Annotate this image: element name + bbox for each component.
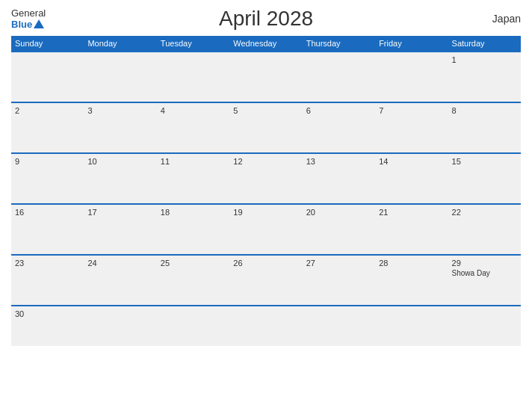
day-cell-17: 17: [84, 205, 156, 254]
day-cell-empty: [11, 52, 84, 102]
day-cell-6: 6: [303, 103, 375, 152]
logo-triangle-icon: [34, 19, 44, 28]
header-wednesday: Wednesday: [229, 36, 302, 51]
day-cell-28: 28: [375, 256, 448, 305]
day-cell-empty: [84, 306, 156, 346]
day-cell-20: 20: [303, 205, 375, 254]
day-cell-empty: [157, 306, 229, 346]
day-cell-12: 12: [229, 154, 302, 203]
weeks-container: 1 2 3 4 5 6 7 8: [11, 51, 521, 346]
week-row-4: 16 17 18 19 20 21 22: [11, 203, 521, 254]
day-cell-5: 5: [229, 103, 302, 152]
logo: General Blue: [11, 7, 46, 30]
day-cell-8: 8: [448, 103, 521, 152]
country-label: Japan: [492, 13, 521, 25]
day-cell-empty: [229, 52, 302, 102]
day-cell-empty: [157, 52, 229, 102]
day-cell-13: 13: [303, 154, 375, 203]
day-cell-23: 23: [11, 256, 84, 305]
logo-blue-text: Blue: [11, 19, 44, 30]
day-cell-7: 7: [375, 103, 448, 152]
day-cell-2: 2: [11, 103, 84, 152]
day-cell-3: 3: [84, 103, 156, 152]
day-cell-empty: [448, 306, 521, 346]
day-cell-11: 11: [157, 154, 229, 203]
header-sunday: Sunday: [11, 36, 84, 51]
day-cell-16: 16: [11, 205, 84, 254]
week-row-6: 30: [11, 305, 521, 346]
header-friday: Friday: [375, 36, 448, 51]
week-row-2: 2 3 4 5 6 7 8: [11, 102, 521, 152]
day-cell-18: 18: [157, 205, 229, 254]
week-row-5: 23 24 25 26 27 28 29 Showa Day: [11, 254, 521, 305]
header-monday: Monday: [84, 36, 156, 51]
day-cell-empty: [303, 52, 375, 102]
day-cell-27: 27: [303, 256, 375, 305]
day-cell-26: 26: [229, 256, 302, 305]
day-cell-empty: [303, 306, 375, 346]
calendar-header: General Blue April 2028 Japan: [11, 7, 521, 30]
day-cell-19: 19: [229, 205, 302, 254]
day-cell-15: 15: [448, 154, 521, 203]
day-cell-4: 4: [157, 103, 229, 152]
calendar-container: General Blue April 2028 Japan Sunday Mon…: [0, 0, 532, 411]
day-cell-22: 22: [448, 205, 521, 254]
logo-general-text: General: [11, 7, 46, 19]
header-thursday: Thursday: [303, 36, 375, 51]
day-cell-29: 29 Showa Day: [448, 256, 521, 305]
header-tuesday: Tuesday: [157, 36, 229, 51]
day-cell-9: 9: [11, 154, 84, 203]
day-headers-row: Sunday Monday Tuesday Wednesday Thursday…: [11, 36, 521, 51]
day-cell-14: 14: [375, 154, 448, 203]
day-cell-empty: [229, 306, 302, 346]
day-cell-10: 10: [84, 154, 156, 203]
day-cell-empty: [375, 52, 448, 102]
day-cell-21: 21: [375, 205, 448, 254]
day-cell-empty: [375, 306, 448, 346]
day-cell-30: 30: [11, 306, 84, 346]
day-cell-empty: [84, 52, 156, 102]
day-cell-25: 25: [157, 256, 229, 305]
week-row-3: 9 10 11 12 13 14 15: [11, 152, 521, 203]
calendar-title: April 2028: [219, 7, 313, 31]
header-saturday: Saturday: [448, 36, 521, 51]
day-cell-24: 24: [84, 256, 156, 305]
week-row-1: 1: [11, 51, 521, 102]
day-cell-1: 1: [448, 52, 521, 102]
